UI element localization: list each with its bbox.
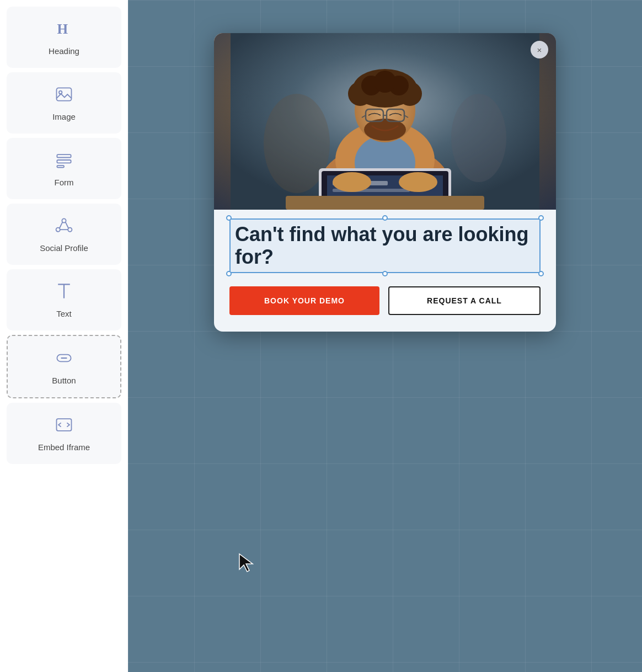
book-demo-button[interactable]: BOOK YOUR DEMO <box>229 286 379 315</box>
svg-rect-5 <box>57 166 64 168</box>
selection-handle-bm <box>382 271 388 276</box>
svg-rect-4 <box>57 160 71 163</box>
svg-line-9 <box>60 222 62 228</box>
button-icon <box>54 348 74 370</box>
selection-handle-tr <box>538 215 544 221</box>
popup-image <box>214 33 556 210</box>
popup-image-inner <box>214 33 556 210</box>
svg-point-2 <box>59 91 62 94</box>
person-laptop-illustration <box>231 33 539 210</box>
svg-point-41 <box>333 172 371 192</box>
selection-handle-tl <box>226 215 232 221</box>
svg-point-29 <box>374 71 396 93</box>
text-icon <box>54 281 74 303</box>
sidebar: H Heading Image Form <box>0 0 128 672</box>
svg-point-19 <box>451 94 506 182</box>
sidebar-item-form[interactable]: Form <box>7 138 121 199</box>
request-call-button[interactable]: REQUEST A CALL <box>388 286 541 315</box>
sidebar-item-text-label: Text <box>56 309 72 318</box>
svg-rect-1 <box>57 88 72 100</box>
svg-point-8 <box>68 228 72 232</box>
sidebar-item-social-profile-label: Social Profile <box>40 243 88 253</box>
svg-rect-43 <box>286 196 484 210</box>
svg-point-42 <box>399 172 437 192</box>
sidebar-item-form-label: Form <box>55 178 74 187</box>
close-icon: × <box>537 45 542 55</box>
sidebar-item-heading-label: Heading <box>49 46 79 56</box>
popup-card: × <box>214 33 556 332</box>
sidebar-item-image[interactable]: Image <box>7 72 121 134</box>
svg-text:H: H <box>57 22 68 36</box>
image-icon <box>54 84 74 106</box>
svg-rect-3 <box>57 154 71 157</box>
embed-icon <box>54 415 74 437</box>
sidebar-item-button[interactable]: Button <box>7 335 121 398</box>
sidebar-item-embed-iframe[interactable]: Embed Iframe <box>7 403 121 464</box>
main-canvas: × <box>128 0 642 672</box>
sidebar-item-heading[interactable]: H Heading <box>7 7 121 68</box>
cursor-arrow-icon <box>238 553 254 573</box>
sidebar-item-embed-label: Embed Iframe <box>38 442 90 452</box>
popup-close-button[interactable]: × <box>531 41 548 58</box>
sidebar-item-button-label: Button <box>52 376 76 385</box>
sidebar-item-text[interactable]: Text <box>7 269 121 330</box>
svg-point-6 <box>62 218 66 222</box>
selection-handle-tm <box>382 215 388 221</box>
heading-icon: H <box>54 19 74 41</box>
popup-buttons-container: BOOK YOUR DEMO REQUEST A CALL <box>214 273 556 315</box>
sidebar-item-social-profile[interactable]: Social Profile <box>7 204 121 265</box>
social-icon <box>54 216 74 238</box>
sidebar-item-image-label: Image <box>52 112 76 121</box>
selection-handle-bl <box>226 271 232 276</box>
popup-heading-container: Can't find what you are looking for? <box>214 218 556 273</box>
svg-line-10 <box>66 222 68 228</box>
selection-handle-br <box>538 271 544 276</box>
form-icon <box>54 150 74 172</box>
popup-heading-text: Can't find what you are looking for? <box>229 218 541 273</box>
svg-point-7 <box>56 228 60 232</box>
